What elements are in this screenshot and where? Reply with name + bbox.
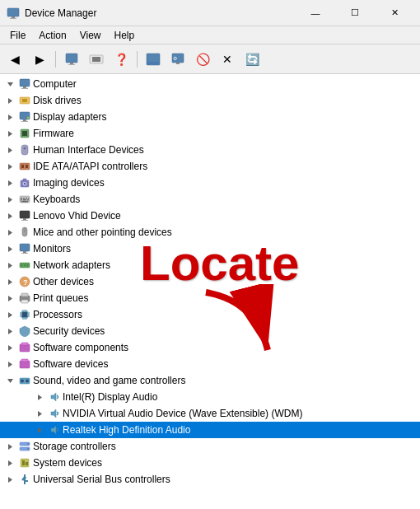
svg-rect-3 [66,54,77,63]
expand-btn-print[interactable] [3,292,16,305]
expand-btn-storage[interactable] [3,440,16,453]
scan-button[interactable]: ⚙ [166,48,189,71]
device-icon-firmware [18,127,31,140]
expand-btn-monitors[interactable] [3,242,16,255]
expand-btn-lenovo[interactable] [3,209,16,222]
svg-rect-77 [22,312,27,317]
menu-help[interactable]: Help [108,28,142,43]
svg-rect-93 [21,343,28,345]
menu-action[interactable]: Action [32,28,72,43]
tree-item-storage[interactable]: Storage controllers [0,438,420,455]
tree-item-security[interactable]: Security devices [0,323,420,339]
device-tree[interactable]: ComputerDisk drivesDisplay adaptersFirmw… [0,74,420,509]
svg-point-119 [22,479,25,481]
tree-item-nvidia-audio[interactable]: NVIDIA Virtual Audio Device (Wave Extens… [0,405,420,422]
device-icon-softwarecomp [18,341,31,354]
maximize-button[interactable]: ☐ [336,0,374,26]
svg-marker-91 [8,345,12,351]
svg-rect-45 [23,198,25,199]
tree-item-print[interactable]: Print queues [0,290,420,306]
device-icon-usb [18,473,31,486]
expand-btn-keyboards[interactable] [3,193,16,206]
tree-item-intel-audio[interactable]: Intel(R) Display Audio [0,389,420,405]
expand-btn-ide[interactable] [3,160,16,173]
svg-marker-71 [8,296,12,301]
menu-file[interactable]: File [3,28,32,43]
tree-item-system[interactable]: System devices [0,455,420,471]
device-label-monitors: Monitors [33,243,71,254]
device-label-hid: Human Interface Devices [33,144,144,156]
tree-item-keyboards[interactable]: Keyboards [0,191,420,208]
disable-button[interactable]: 🚫 [191,48,214,71]
expand-btn-realtek[interactable] [33,423,46,437]
device-icon-ide [18,160,31,173]
app-icon [7,7,20,20]
svg-point-111 [27,448,29,450]
expand-btn-softwarecomp[interactable] [3,341,16,354]
refresh-button[interactable]: 🔄 [240,48,264,71]
svg-marker-112 [8,460,12,466]
tree-item-monitors[interactable]: Monitors [0,240,420,257]
help-button[interactable]: ❓ [110,48,133,71]
tree-item-imaging[interactable]: Imaging devices [0,175,420,191]
properties-button[interactable] [60,48,83,71]
tree-item-sound[interactable]: Sound, video and game controllers [0,372,420,389]
expand-btn-sound[interactable] [3,374,16,387]
tree-item-usb[interactable]: Universal Serial Bus controllers [0,471,420,488]
tree-item-mice[interactable]: Mice and other pointing devices [0,224,420,240]
expand-btn-softwaredev[interactable] [3,357,16,371]
expand-btn-disk[interactable] [3,94,16,107]
device-label-ide: IDE ATA/ATAPI controllers [33,161,147,172]
tree-item-softwarecomp[interactable]: Software components [0,339,420,356]
tree-item-realtek[interactable]: Realtek High Definition Audio [0,422,420,438]
svg-rect-95 [20,361,30,368]
tree-item-lenovo[interactable]: Lenovo Vhid Device [0,208,420,224]
expand-btn-intel-audio[interactable] [33,390,46,404]
view-button[interactable] [142,48,165,71]
back-button[interactable]: ◀ [3,48,26,71]
device-label-network: Network adapters [33,259,110,271]
expand-btn-firmware[interactable] [3,127,16,140]
svg-marker-104 [51,409,56,418]
svg-marker-56 [8,230,12,236]
tree-item-hid[interactable]: Human Interface Devices [0,142,420,158]
tree-item-network[interactable]: Network adapters [0,257,420,273]
svg-marker-42 [8,197,12,203]
svg-marker-116 [8,477,12,483]
forward-button[interactable]: ▶ [28,48,51,71]
svg-rect-41 [23,179,26,181]
tree-item-processors[interactable]: Processors [0,306,420,323]
svg-rect-25 [21,121,28,122]
update-driver-button[interactable] [85,48,108,71]
tree-item-firmware[interactable]: Firmware [0,125,420,142]
tree-item-ide[interactable]: IDE ATA/ATAPI controllers [0,158,420,175]
menu-view[interactable]: View [73,28,108,43]
tree-item-display[interactable]: Display adapters [0,109,420,125]
expand-btn-hid[interactable] [3,143,16,156]
expand-btn-usb[interactable] [3,473,16,486]
svg-marker-75 [8,312,12,318]
svg-marker-107 [8,444,12,450]
expand-btn-imaging[interactable] [3,176,16,189]
tree-item-disk[interactable]: Disk drives [0,92,420,109]
expand-btn-mice[interactable] [3,226,16,239]
expand-btn-security[interactable] [3,325,16,338]
close-button[interactable]: ✕ [376,0,413,26]
minimize-button[interactable]: — [296,0,334,26]
tree-item-softwaredev[interactable]: Software devices [0,356,420,372]
svg-rect-35 [21,165,24,168]
uninstall-button[interactable]: ✕ [216,48,239,71]
tree-item-other[interactable]: ?Other devices [0,273,420,290]
tree-item-computer[interactable]: Computer [0,76,420,92]
expand-btn-computer[interactable] [3,77,16,91]
svg-point-65 [21,264,23,266]
expand-btn-nvidia-audio[interactable] [33,407,46,420]
expand-btn-processors[interactable] [3,308,16,321]
expand-btn-display[interactable] [3,110,16,124]
device-icon-disk [18,94,31,107]
svg-marker-37 [8,180,12,186]
expand-btn-network[interactable] [3,259,16,272]
svg-text:⚙: ⚙ [173,56,177,61]
expand-btn-other[interactable] [3,275,16,288]
expand-btn-system[interactable] [3,456,16,469]
